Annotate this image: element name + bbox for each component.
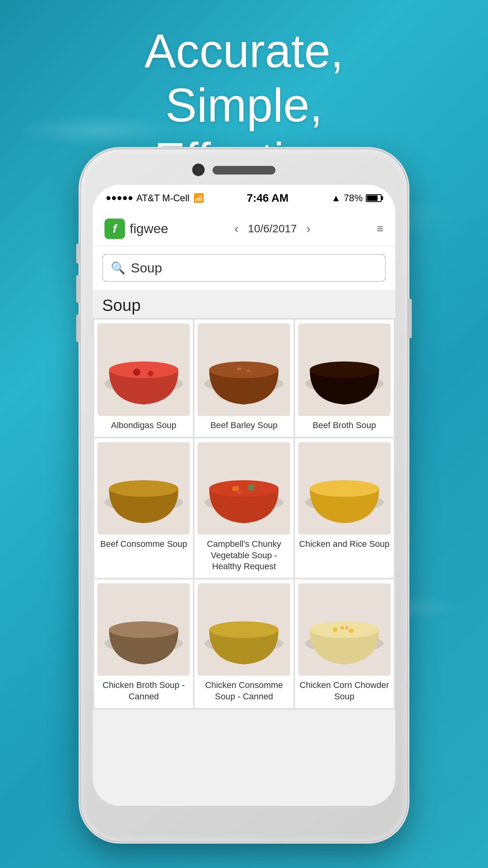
food-image-albondigas bbox=[97, 324, 190, 416]
wifi-icon: 📶 bbox=[193, 193, 204, 203]
prev-date-button[interactable]: ‹ bbox=[234, 221, 238, 236]
svg-point-3 bbox=[133, 368, 141, 376]
svg-point-24 bbox=[310, 480, 379, 497]
food-item[interactable]: Albondigas Soup bbox=[94, 320, 193, 437]
svg-point-15 bbox=[109, 480, 178, 497]
food-image-beef-barley bbox=[198, 324, 290, 416]
svg-point-12 bbox=[310, 361, 379, 378]
svg-point-33 bbox=[310, 622, 379, 638]
food-item[interactable]: Beef Broth Soup bbox=[295, 320, 394, 437]
hero-line2: Simple, bbox=[165, 79, 323, 131]
food-name-beef-barley: Beef Barley Soup bbox=[210, 420, 277, 431]
battery-fill bbox=[367, 195, 378, 201]
menu-button[interactable]: ≡ bbox=[376, 222, 383, 235]
food-grid: Albondigas Soup Beef Bar bbox=[93, 318, 395, 710]
svg-point-27 bbox=[109, 622, 178, 638]
location-icon: ▲ bbox=[331, 193, 341, 204]
food-image-beef-broth bbox=[298, 324, 391, 416]
logo-icon: f bbox=[105, 219, 125, 239]
current-date: 10/6/2017 bbox=[248, 223, 297, 235]
food-item[interactable]: Campbell's Chunky Vegetable Soup - Healt… bbox=[194, 438, 293, 578]
svg-rect-19 bbox=[233, 486, 239, 491]
food-image-chicken-consomme bbox=[198, 583, 290, 676]
food-item[interactable]: Chicken Corn Chowder Soup bbox=[295, 579, 394, 708]
food-item[interactable]: Beef Barley Soup bbox=[194, 320, 293, 437]
signal-dot-1 bbox=[106, 196, 110, 200]
food-item[interactable]: Chicken Broth Soup - Canned bbox=[94, 579, 193, 708]
food-image-chicken-broth bbox=[97, 583, 190, 676]
food-name-beef-consomme: Beef Consomme Soup bbox=[100, 539, 187, 550]
signal-dot-5 bbox=[128, 196, 132, 200]
food-item[interactable]: Chicken Consomme Soup - Canned bbox=[194, 579, 293, 708]
food-image-chicken-rice bbox=[298, 442, 391, 535]
status-right: ▲ 78% bbox=[331, 193, 382, 204]
phone-camera bbox=[193, 164, 204, 175]
app-logo: f figwee bbox=[105, 219, 168, 239]
carrier-text: AT&T M-Cell bbox=[136, 193, 189, 204]
search-bar-container: 🔍 Soup bbox=[93, 246, 395, 290]
food-item[interactable]: Beef Consomme Soup bbox=[94, 438, 193, 578]
svg-rect-20 bbox=[249, 485, 254, 490]
food-name-albondigas: Albondigas Soup bbox=[111, 420, 176, 431]
food-image-chowder bbox=[298, 583, 391, 676]
volume-down-button[interactable] bbox=[76, 314, 80, 342]
svg-point-34 bbox=[333, 627, 338, 632]
svg-point-8 bbox=[237, 368, 242, 370]
svg-point-18 bbox=[209, 480, 279, 497]
food-image-campbells bbox=[198, 442, 290, 535]
status-left: AT&T M-Cell 📶 bbox=[106, 193, 204, 204]
phone-speaker bbox=[213, 166, 275, 175]
food-name-chowder: Chicken Corn Chowder Soup bbox=[298, 680, 391, 702]
svg-point-9 bbox=[247, 370, 250, 372]
signal-dot-4 bbox=[123, 196, 127, 200]
svg-point-4 bbox=[148, 371, 153, 376]
nav-date-group: ‹ 10/6/2017 › bbox=[234, 221, 310, 236]
food-name-campbells: Campbell's Chunky Vegetable Soup - Healt… bbox=[198, 539, 290, 572]
svg-point-30 bbox=[209, 622, 279, 638]
signal-dot-2 bbox=[112, 196, 116, 200]
svg-point-7 bbox=[209, 361, 279, 378]
mute-button[interactable] bbox=[76, 244, 80, 263]
food-item[interactable]: Chicken and Rice Soup bbox=[295, 438, 394, 578]
signal-dot-3 bbox=[117, 196, 121, 200]
food-name-chicken-broth: Chicken Broth Soup - Canned bbox=[97, 680, 190, 702]
food-image-beef-consomme bbox=[97, 442, 190, 535]
svg-point-2 bbox=[109, 361, 178, 378]
svg-point-35 bbox=[340, 626, 344, 629]
app-nav-bar: f figwee ‹ 10/6/2017 › ≡ bbox=[93, 211, 395, 246]
screen-content: 🔍 Soup Soup bbox=[93, 246, 395, 806]
next-date-button[interactable]: › bbox=[306, 221, 311, 236]
search-input-wrapper[interactable]: 🔍 Soup bbox=[102, 254, 386, 282]
phone-frame: AT&T M-Cell 📶 7:46 AM ▲ 78% f figwee ‹ 1… bbox=[81, 149, 407, 841]
food-name-chicken-rice: Chicken and Rice Soup bbox=[299, 539, 389, 550]
search-input[interactable]: Soup bbox=[131, 260, 162, 276]
logo-name: figwee bbox=[130, 221, 168, 236]
signal-strength bbox=[106, 196, 132, 200]
phone-screen: AT&T M-Cell 📶 7:46 AM ▲ 78% f figwee ‹ 1… bbox=[93, 185, 395, 806]
svg-point-21 bbox=[237, 490, 242, 495]
hero-line1: Accurate, bbox=[145, 24, 344, 77]
volume-up-button[interactable] bbox=[76, 275, 80, 303]
food-name-beef-broth: Beef Broth Soup bbox=[313, 420, 376, 431]
status-time: 7:46 AM bbox=[247, 192, 288, 204]
section-label: Soup bbox=[93, 290, 395, 318]
battery-icon bbox=[366, 194, 382, 202]
svg-point-36 bbox=[349, 628, 354, 633]
food-name-chicken-consomme: Chicken Consomme Soup - Canned bbox=[198, 680, 290, 702]
status-bar: AT&T M-Cell 📶 7:46 AM ▲ 78% bbox=[93, 185, 395, 211]
search-icon: 🔍 bbox=[111, 261, 125, 275]
power-button[interactable] bbox=[408, 299, 412, 338]
battery-percentage: 78% bbox=[344, 193, 363, 204]
svg-point-37 bbox=[345, 626, 348, 629]
